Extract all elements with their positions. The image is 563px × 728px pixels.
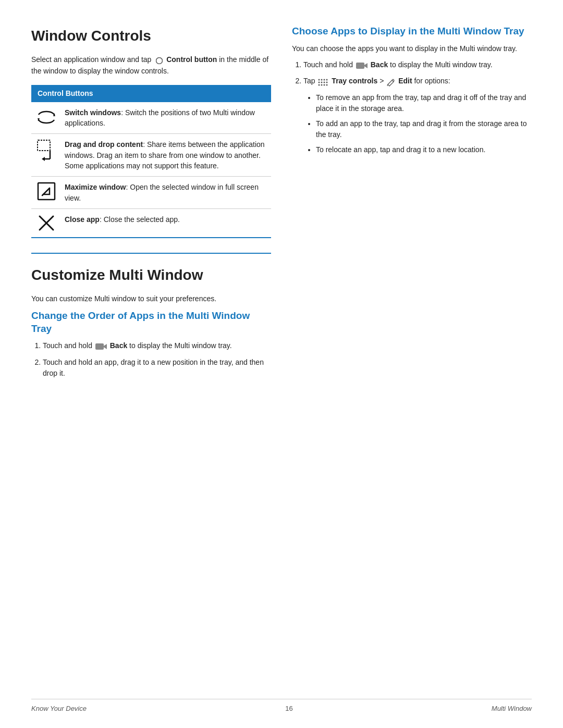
intro-bold: Control button (166, 55, 217, 64)
intro-text-before: Select an application window and tap (31, 55, 151, 64)
switch-label-bold: Switch windows (65, 108, 121, 117)
svg-point-23 (324, 81, 325, 83)
change-order-step-2: Touch and hold an app, drag it to a new … (43, 357, 271, 379)
maximize-icon (35, 182, 57, 201)
control-row-close: Close app: Close the selected app. (31, 209, 271, 238)
change-order-title: Change the Order of Apps in the Multi Wi… (31, 310, 271, 335)
change-order-steps: Touch and hold Back to display the Multi… (31, 340, 271, 379)
switch-windows-text: Switch windows: Switch the positions of … (65, 107, 267, 129)
drag-label-bold: Drag and drop content (65, 140, 143, 149)
footer-right: Multi Window (492, 704, 532, 714)
control-row-drag: Drag and drop content: Share items betwe… (31, 134, 271, 177)
svg-point-0 (156, 57, 163, 64)
customize-intro: You can customize Multi window to suit y… (31, 293, 271, 304)
window-controls-intro: Select an application window and tap Con… (31, 54, 271, 77)
step2-text: Touch and hold an app, drag it to a new … (43, 358, 264, 377)
edit-options-list: To remove an app from the tray, tap and … (303, 92, 532, 155)
choose-step1-after: to display the Multi window tray. (390, 60, 493, 69)
choose-step2-tap: Tap (303, 77, 317, 85)
customize-title: Customize Multi Window (31, 264, 271, 286)
page-footer: Know Your Device 16 Multi Window (31, 699, 532, 714)
window-controls-title: Window Controls (31, 25, 271, 47)
choose-apps-steps: Touch and hold Back to display the Multi… (292, 59, 532, 156)
maximize-text: Maximize window: Open the selected windo… (65, 182, 267, 203)
close-label-bold: Close app (65, 215, 100, 224)
svg-point-27 (324, 84, 325, 85)
choose-step1-before: Touch and hold (303, 60, 355, 69)
svg-point-22 (321, 81, 323, 83)
svg-point-18 (321, 79, 323, 80)
svg-rect-15 (356, 63, 364, 69)
back-icon-left-1 (95, 341, 107, 352)
choose-step2-edit-label: Edit (398, 77, 412, 85)
control-circle-icon (154, 55, 163, 66)
svg-point-26 (321, 84, 323, 85)
control-buttons-table: Control Buttons (31, 85, 271, 238)
footer-left: Know Your Device (31, 704, 87, 714)
choose-apps-intro: You can choose the apps you want to disp… (292, 43, 532, 54)
dots-grid-icon (318, 76, 328, 87)
control-row-maximize: Maximize window: Open the selected windo… (31, 177, 271, 209)
step1-before: Touch and hold (43, 341, 94, 350)
svg-line-31 (394, 80, 394, 82)
svg-point-20 (326, 79, 328, 80)
close-label-rest: : Close the selected app. (100, 215, 180, 224)
close-icon (35, 214, 57, 232)
left-column: Window Controls Select an application wi… (31, 25, 271, 384)
svg-point-25 (319, 84, 320, 85)
step1-back-label: Back (110, 341, 127, 350)
change-order-step-1: Touch and hold Back to display the Multi… (43, 340, 271, 352)
bullet-remove: To remove an app from the tray, tap and … (316, 92, 532, 114)
switch-icon (35, 107, 57, 127)
svg-rect-5 (38, 140, 50, 151)
svg-point-24 (326, 81, 328, 83)
footer-page-number: 16 (285, 704, 292, 714)
choose-step2-tray-controls: Tray controls (332, 77, 377, 85)
svg-rect-13 (95, 343, 104, 350)
svg-point-21 (319, 81, 320, 83)
choose-step-1: Touch and hold Back to display the Multi… (303, 59, 532, 71)
svg-marker-8 (42, 157, 45, 161)
choose-step2-separator: > (380, 77, 386, 85)
choose-step1-back-label: Back (371, 60, 388, 69)
close-text: Close app: Close the selected app. (65, 214, 180, 225)
back-icon-right-1 (356, 59, 368, 70)
choose-step-2: Tap (303, 76, 532, 155)
svg-point-17 (319, 79, 320, 80)
svg-point-28 (326, 84, 328, 85)
section-divider (31, 253, 271, 254)
step1-after: to display the Multi window tray. (129, 341, 232, 350)
edit-pencil-icon (387, 76, 395, 87)
drag-icon (35, 139, 57, 161)
bullet-add: To add an app to the tray, tap and drag … (316, 118, 532, 140)
maximize-label-bold: Maximize window (65, 183, 126, 191)
page: Window Controls Select an application wi… (0, 0, 563, 728)
drag-drop-text: Drag and drop content: Share items betwe… (65, 139, 267, 171)
svg-point-19 (324, 79, 325, 80)
choose-apps-title: Choose Apps to Display in the Multi Wind… (292, 25, 532, 38)
control-row-switch: Switch windows: Switch the positions of … (31, 102, 271, 134)
choose-step2-after: for options: (414, 77, 450, 85)
right-column: Choose Apps to Display in the Multi Wind… (292, 25, 532, 384)
control-table-header: Control Buttons (31, 85, 271, 102)
svg-line-32 (387, 84, 388, 86)
bullet-relocate: To relocate an app, tap and drag it to a… (316, 144, 532, 155)
svg-line-30 (393, 79, 394, 80)
